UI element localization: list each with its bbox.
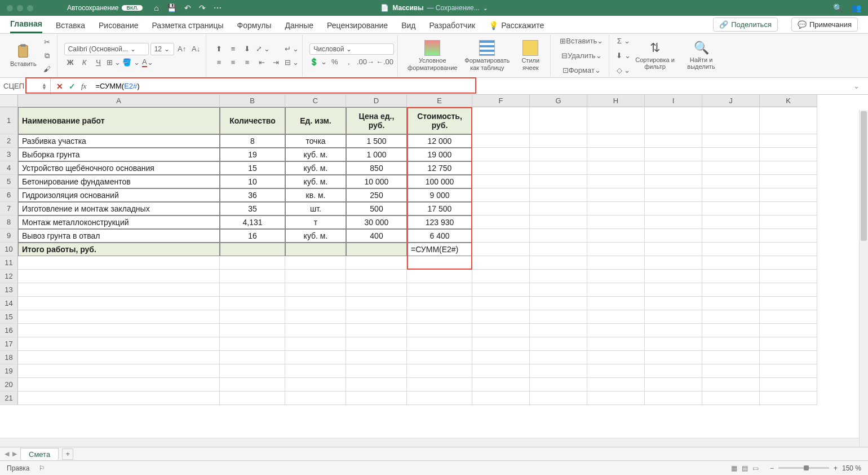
bold-icon[interactable]: Ж [64,56,77,69]
cell-unit[interactable]: куб. м. [285,161,346,175]
more-icon[interactable]: ⋯ [214,3,222,12]
row-head[interactable]: 4 [0,161,18,175]
cell-name[interactable]: Устройство щебёночного основания [18,161,220,175]
increase-font-icon[interactable]: A↑ [176,43,188,55]
row-head[interactable]: 14 [0,297,18,310]
cell-price[interactable]: 500 [346,202,407,215]
zoom-level[interactable]: 150 % [842,464,861,472]
cell-cost[interactable]: 6 400 [407,229,472,243]
col-head-F[interactable]: F [472,95,530,107]
row-head[interactable]: 10 [0,243,18,256]
borders-icon[interactable]: ⊞ ⌄ [107,56,121,69]
row-head[interactable]: 2 [0,134,18,148]
tell-me[interactable]: 💡Расскажите [489,21,544,33]
cell-price[interactable]: 250 [346,188,407,202]
cells-area[interactable]: Наименование работ Количество Ед. изм. Ц… [18,107,817,405]
fill-icon[interactable]: ⬇ ⌄ [616,50,631,62]
align-center-icon[interactable]: ≡ [227,56,240,69]
row-head[interactable]: 8 [0,215,18,229]
cell-cost[interactable]: 9 000 [407,188,472,202]
total-label[interactable]: Итого работы, руб. [18,243,220,256]
row-head[interactable]: 11 [0,256,18,270]
row-head[interactable]: 13 [0,283,18,297]
row-head[interactable]: 18 [0,351,18,364]
cell-name[interactable]: Бетонирование фундаментов [18,175,220,188]
cell-name[interactable]: Гидроизоляция оснований [18,188,220,202]
accessibility-icon[interactable]: ⚐ [39,464,45,472]
increase-indent-icon[interactable]: ⇥ [270,56,282,69]
formula-input[interactable]: =СУММ(E2#) [92,78,853,94]
autosave-toggle[interactable]: ВКЛ. [122,5,143,11]
cell-qty[interactable]: 15 [220,161,285,175]
percent-icon[interactable]: % [329,56,341,68]
col-head-J[interactable]: J [702,95,760,107]
col-head-H[interactable]: H [587,95,645,107]
row-head[interactable]: 9 [0,229,18,243]
merge-icon[interactable]: ⊟ ⌄ [285,56,299,69]
cell-price[interactable]: 1 000 [346,148,407,161]
zoom-in-icon[interactable]: + [834,464,838,472]
sheet-nav-prev-icon[interactable]: ◀ [5,450,9,458]
col-head-D[interactable]: D [346,95,407,107]
redo-icon[interactable]: ↷ [199,3,206,12]
tab-view[interactable]: Вид [401,21,415,33]
align-bottom-icon[interactable]: ⬇ [241,43,254,55]
cell-qty[interactable]: 10 [220,175,285,188]
cell-unit[interactable]: куб. м. [285,148,346,161]
font-color-icon[interactable]: A ⌄ [141,56,154,69]
cell-price[interactable]: 400 [346,229,407,243]
cell-price[interactable]: 30 000 [346,215,407,229]
align-middle-icon[interactable]: ≡ [227,43,240,55]
row-head[interactable]: 16 [0,324,18,337]
cell-price[interactable]: 10 000 [346,175,407,188]
col-head-K[interactable]: K [760,95,817,107]
row-head[interactable]: 17 [0,337,18,351]
cell-price[interactable]: 850 [346,161,407,175]
col-head-G[interactable]: G [530,95,587,107]
tab-formulas[interactable]: Формулы [237,21,272,33]
total-formula-cell[interactable]: =СУММ(E2#) [407,243,472,256]
align-right-icon[interactable]: ≡ [241,56,254,69]
clear-icon[interactable]: ◇ ⌄ [616,64,631,77]
cell-cost[interactable]: 123 930 [407,215,472,229]
sort-filter-button[interactable]: ⇅ Сортировка и фильтр [633,40,677,71]
tab-draw[interactable]: Рисование [99,21,139,33]
tab-insert[interactable]: Вставка [56,21,85,33]
scrollbar-thumb[interactable] [861,111,867,241]
align-left-icon[interactable]: ≡ [213,56,225,69]
zoom-slider[interactable] [778,467,829,469]
col-head-E[interactable]: E [407,95,472,107]
fill-color-icon[interactable]: 🪣 ⌄ [122,56,140,69]
cell-name[interactable]: Изготовление и монтаж закладных [18,202,220,215]
row-head[interactable]: 3 [0,148,18,161]
currency-icon[interactable]: 💲 ⌄ [309,56,327,68]
cell-name[interactable]: Вывоз грунта в отвал [18,229,220,243]
col-head-A[interactable]: A [18,95,220,107]
tab-developer[interactable]: Разработчик [429,21,475,33]
copy-icon[interactable]: ⧉ [41,50,54,62]
cell-qty[interactable]: 16 [220,229,285,243]
delete-cells-button[interactable]: ⊟ Удалить ⌄ [557,50,605,62]
row-head[interactable]: 1 [0,107,18,134]
decrease-font-icon[interactable]: A↓ [190,43,202,55]
spreadsheet-grid[interactable]: A B C D E F G H I J K 123456789101112131… [0,95,868,423]
zoom-out-icon[interactable]: − [770,464,774,472]
view-buttons[interactable]: ▦▤▭ [729,464,761,472]
cell-unit[interactable]: точка [285,134,346,148]
cell-cost[interactable]: 12 750 [407,161,472,175]
increase-decimal-icon[interactable]: .00→ [357,56,374,68]
select-all-corner[interactable] [0,95,18,107]
cell-qty[interactable]: 8 [220,134,285,148]
row-head[interactable]: 7 [0,202,18,215]
cell-cost[interactable]: 17 500 [407,202,472,215]
insert-cells-button[interactable]: ⊞ Вставить ⌄ [557,35,605,47]
add-sheet-button[interactable]: + [62,448,73,460]
vertical-scrollbar[interactable] [859,110,868,447]
cell-qty[interactable]: 35 [220,202,285,215]
format-painter-icon[interactable]: 🖌 [41,63,54,76]
row-head[interactable]: 12 [0,270,18,283]
cell-price[interactable]: 1 500 [346,134,407,148]
home-icon[interactable]: ⌂ [154,3,158,12]
tab-data[interactable]: Данные [285,21,313,33]
tab-review[interactable]: Рецензирование [327,21,388,33]
